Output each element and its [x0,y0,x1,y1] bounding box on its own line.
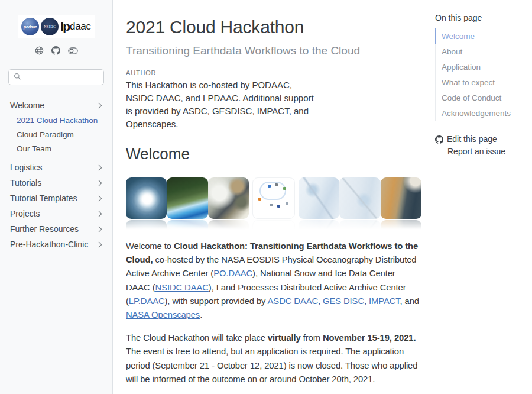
page-subtitle: Transitioning Earthdata Workflows to the… [126,44,421,57]
lp-daac-link[interactable]: LP.DAAC [129,296,165,306]
sidebar-item-label: Pre-Hackathon-Clinic [10,240,88,249]
author-label: AUTHOR [126,69,421,76]
chevron-right-icon[interactable] [98,180,102,186]
chevron-right-icon[interactable] [98,211,102,217]
sidebar-subitem-cloud-paradigm[interactable]: Cloud Paradigm [13,127,104,141]
nsidc-logo-text: NSIDC [44,25,56,28]
cloud-architecture-diagram-tile [252,177,294,219]
sidebar-item-tutorials[interactable]: Tutorials [8,175,104,190]
toc-item-what-to-expect[interactable]: What to expect [435,75,531,90]
asdc-daac-link[interactable]: ASDC DAAC [268,296,318,306]
sidebar-nav: Welcome2021 Cloud HackathonCloud Paradig… [8,98,104,252]
lpdaac-logo: lp daac [60,20,90,34]
site-logo[interactable]: podaac NSIDC lp daac [18,15,95,38]
podaac-logo: podaac [21,18,39,35]
chevron-right-icon[interactable] [98,241,102,248]
toc-title: On this page [435,13,531,22]
sidebar-subnav: 2021 Cloud HackathonCloud ParadigmOur Te… [13,113,104,156]
toc-sidebar: On this page WelcomeAboutApplicationWhat… [421,0,531,394]
banner-tile-row [126,177,421,219]
lpdaac-logo-text: daac [70,21,91,33]
cloud-architecture-diagram-tile-reflection [252,220,294,230]
github-icon [435,135,443,144]
text-segment: Welcome to [126,241,174,251]
toc-list: WelcomeAboutApplicationWhat to expectCod… [435,28,531,121]
toc-item-welcome[interactable]: Welcome [435,28,531,44]
text-segment: , [364,296,369,306]
welcome-body: Welcome to Cloud Hackathon: Transitionin… [126,240,421,394]
nsidc-logo: NSIDC [41,18,59,35]
hurricane-satellite-tile [126,177,167,219]
text-segment: The event is free to attend, but an appl… [126,347,417,383]
chevron-right-icon[interactable] [98,195,102,202]
banner-reflection [126,220,421,230]
sidebar-item-pre-hackathon-clinic[interactable]: Pre-Hackathon-Clinic [8,237,104,252]
sea-ice-satellite-tile-reflection [208,220,249,230]
github-icon[interactable] [51,46,60,55]
toc-page-links: Edit this page Report an issue [435,133,531,158]
report-an-issue-label: Report an issue [447,146,505,158]
search-icon [14,72,21,83]
edit-this-page-label: Edit this page [447,133,497,146]
desert-coast-tile-reflection [381,220,421,230]
toc-item-application[interactable]: Application [435,59,531,75]
theme-toggle-icon[interactable] [68,47,78,54]
desert-coast-tile [381,177,421,219]
ges-disc-link[interactable]: GES DISC [323,296,364,306]
edit-this-page-link[interactable]: Edit this page [435,133,531,146]
page-title: 2021 Cloud Hackathon [126,16,421,38]
text-segment: virtually [268,333,301,343]
text-segment: from [301,333,323,343]
sidebar-item-welcome[interactable]: Welcome [8,98,104,113]
dates-paragraph: The Cloud Hackathon will take place virt… [126,331,421,386]
sidebar-subitem-our-team[interactable]: Our Team [13,141,104,156]
intro-paragraph: Welcome to Cloud Hackathon: Transitionin… [126,240,421,322]
po-daac-link[interactable]: PO.DAAC [213,269,252,278]
sidebar-item-further-resources[interactable]: Further Resources [8,221,104,237]
text-segment: ), with support provided by [165,296,268,306]
report-an-issue-link[interactable]: Report an issue [435,146,531,158]
chevron-right-icon[interactable] [98,164,102,171]
ice-shelf-tile [299,177,339,219]
sidebar-item-label: Welcome [10,101,44,110]
sidebar-subitem-2021-cloud-hackathon[interactable]: 2021 Cloud Hackathon [13,113,104,127]
sidebar-item-projects[interactable]: Projects [8,206,104,221]
text-segment: The Cloud Hackathon will take place [126,333,268,343]
search-box [8,69,104,85]
text-segment: , and [400,296,419,306]
glacier-ice-tile [339,177,380,219]
main-content: 2021 Cloud Hackathon Transitioning Earth… [113,0,421,394]
author-text: This Hackathon is co-hosted by PODAAC, N… [126,79,317,131]
text-segment: , [318,296,323,306]
text-segment: November 15-19, 2021. [323,333,416,343]
welcome-banner-image [126,177,421,230]
nasa-openscapes-link[interactable]: NASA Openscapes [126,310,200,319]
globe-icon[interactable] [35,46,44,55]
chevron-right-icon[interactable] [98,102,102,109]
sidebar-item-label: Logistics [10,163,42,172]
sidebar-item-tutorial-templates[interactable]: Tutorial Templates [8,190,104,206]
toc-item-acknowledgements[interactable]: Acknowledgements [435,105,531,121]
ice-shelf-tile-reflection [299,220,339,230]
chevron-right-icon[interactable] [98,226,102,232]
text-segment: . [200,310,202,319]
toc-item-code-of-conduct[interactable]: Code of Conduct [435,90,531,105]
hurricane-satellite-tile-reflection [126,220,167,230]
sidebar-item-label: Tutorial Templates [10,193,77,203]
sidebar: podaac NSIDC lp daac [0,0,113,394]
sidebar-item-label: Projects [10,209,40,218]
impact-link[interactable]: IMPACT [369,296,400,306]
welcome-section-heading: Welcome [126,145,421,169]
sea-ice-satellite-tile [208,177,249,219]
page: podaac NSIDC lp daac [0,0,532,394]
lpdaac-glyph: lp [60,20,69,34]
sidebar-item-label: Tutorials [10,178,41,188]
sidebar-item-logistics[interactable]: Logistics [8,160,104,175]
podaac-logo-text: podaac [24,25,37,29]
nsidc-daac-link[interactable]: NSIDC DAAC [155,283,209,292]
coastal-forest-tile-reflection [167,220,207,230]
sidebar-tools [8,46,104,55]
search-input[interactable] [25,73,99,82]
sidebar-item-label: Further Resources [10,224,79,234]
toc-item-about[interactable]: About [435,44,531,59]
